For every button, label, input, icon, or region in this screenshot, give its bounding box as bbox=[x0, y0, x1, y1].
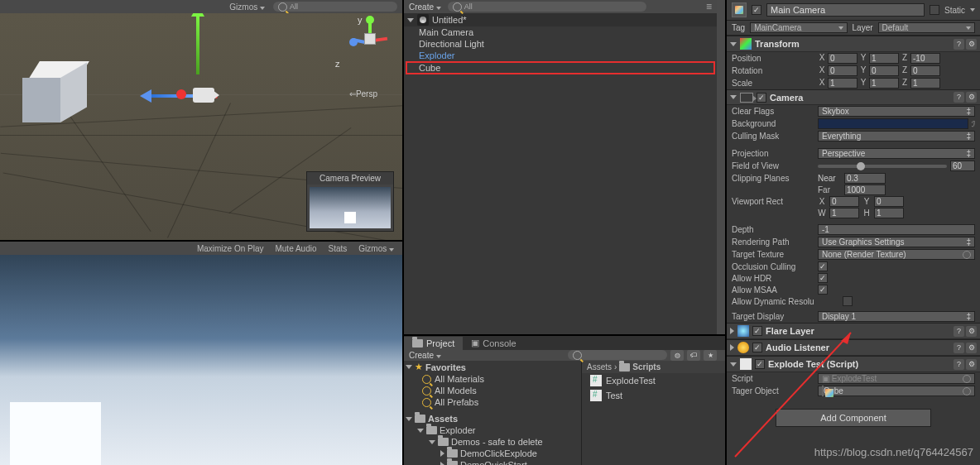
scene-view[interactable]: z y ⇐Persp Camera Preview bbox=[0, 13, 402, 240]
folder-exploder[interactable]: Exploder bbox=[404, 424, 581, 436]
scale-x[interactable]: 1 bbox=[828, 78, 858, 89]
fav-all-models[interactable]: All Models bbox=[404, 385, 581, 396]
projection-dropdown[interactable]: Perspective‡ bbox=[818, 148, 975, 159]
vp-h[interactable]: 1 bbox=[874, 208, 904, 218]
foldout-icon[interactable] bbox=[406, 417, 412, 421]
breadcrumb-scripts[interactable]: Scripts bbox=[632, 362, 661, 372]
gameobject-icon[interactable] bbox=[732, 2, 747, 17]
hdr-checkbox[interactable]: ✓ bbox=[818, 273, 828, 283]
folder-demos[interactable]: Demos - safe to delete bbox=[404, 436, 581, 448]
camera-enable-checkbox[interactable]: ✓ bbox=[757, 93, 766, 103]
foldout-icon[interactable] bbox=[406, 365, 412, 369]
camera-header[interactable]: ✓ Camera ?⚙ bbox=[727, 89, 980, 105]
rot-x[interactable]: 0 bbox=[828, 65, 858, 76]
docs-icon[interactable]: ? bbox=[954, 359, 964, 370]
panel-menu-icon[interactable]: ≡ bbox=[706, 1, 712, 12]
vp-y[interactable]: 0 bbox=[874, 196, 904, 207]
hierarchy-item-directional-light[interactable]: Directional Light bbox=[404, 38, 717, 50]
foldout-icon[interactable] bbox=[730, 42, 737, 46]
project-search[interactable] bbox=[568, 350, 667, 360]
clearflags-dropdown[interactable]: Skybox‡ bbox=[818, 106, 975, 117]
context-menu-icon[interactable]: ⚙ bbox=[966, 359, 977, 370]
hierarchy-scrollbar[interactable] bbox=[717, 0, 725, 334]
scene-root[interactable]: Untitled* bbox=[404, 13, 717, 26]
foldout-icon[interactable] bbox=[730, 344, 734, 351]
fav-all-prefabs[interactable]: All Prefabs bbox=[404, 396, 581, 408]
fov-field[interactable]: 60 bbox=[950, 161, 975, 171]
camera-gizmo[interactable] bbox=[153, 73, 226, 122]
tab-project[interactable]: Project bbox=[404, 337, 463, 350]
hierarchy-create[interactable]: Create bbox=[409, 2, 441, 12]
hierarchy-item-cube[interactable]: Cube bbox=[406, 61, 715, 74]
game-view[interactable] bbox=[0, 255, 402, 465]
scale-y[interactable]: 1 bbox=[869, 78, 899, 89]
tab-console[interactable]: ▣Console bbox=[463, 336, 524, 350]
hierarchy-search[interactable]: All bbox=[448, 2, 646, 12]
rot-z[interactable]: 0 bbox=[910, 65, 940, 76]
scene-cube[interactable] bbox=[22, 61, 86, 122]
depth-field[interactable]: -1 bbox=[818, 224, 975, 235]
vp-x[interactable]: 0 bbox=[829, 196, 859, 207]
flare-enable-checkbox[interactable]: ✓ bbox=[752, 326, 762, 336]
foldout-icon[interactable] bbox=[407, 18, 414, 22]
docs-icon[interactable]: ? bbox=[954, 343, 964, 353]
foldout-icon[interactable] bbox=[730, 362, 737, 367]
foldout-icon[interactable] bbox=[417, 429, 424, 433]
scene-search[interactable]: All bbox=[273, 2, 397, 12]
maximize-toggle[interactable]: Maximize On Play bbox=[194, 244, 267, 253]
flarelayer-header[interactable]: ✓Flare Layer ?⚙ bbox=[727, 323, 980, 339]
foldout-icon[interactable] bbox=[429, 440, 435, 444]
gameobject-name-field[interactable]: Main Camera bbox=[766, 3, 925, 17]
foldout-icon[interactable] bbox=[730, 328, 734, 334]
background-color[interactable] bbox=[818, 118, 968, 129]
static-dropdown-icon[interactable] bbox=[970, 8, 975, 12]
save-search-icon[interactable]: ★ bbox=[704, 350, 717, 361]
target-object-field[interactable]: Cube bbox=[818, 386, 975, 396]
targettex-field[interactable]: None (Render Texture) bbox=[818, 249, 975, 260]
foldout-icon[interactable] bbox=[440, 450, 444, 457]
renderpath-dropdown[interactable]: Use Graphics Settings‡ bbox=[818, 237, 975, 247]
orientation-gizmo[interactable] bbox=[349, 18, 391, 60]
scale-z[interactable]: 1 bbox=[910, 78, 940, 89]
layer-dropdown[interactable]: Default bbox=[878, 22, 975, 33]
filter-by-label-icon[interactable]: 🏷 bbox=[687, 350, 700, 361]
dynres-checkbox[interactable] bbox=[843, 296, 853, 306]
pos-z[interactable]: -10 bbox=[910, 53, 940, 64]
foldout-icon[interactable] bbox=[440, 462, 444, 465]
object-picker-icon[interactable] bbox=[963, 251, 971, 259]
file-explodetest[interactable]: ExplodeTest bbox=[582, 373, 725, 388]
occlusion-checkbox[interactable]: ✓ bbox=[818, 261, 828, 271]
cullingmask-dropdown[interactable]: Everything‡ bbox=[818, 131, 975, 141]
pos-x[interactable]: 0 bbox=[828, 53, 858, 64]
hierarchy-item-main-camera[interactable]: Main Camera bbox=[404, 26, 717, 38]
project-create[interactable]: Create bbox=[409, 351, 441, 360]
docs-icon[interactable]: ? bbox=[954, 92, 964, 103]
tag-dropdown[interactable]: MainCamera bbox=[750, 22, 847, 33]
context-menu-icon[interactable]: ⚙ bbox=[966, 92, 977, 103]
docs-icon[interactable]: ? bbox=[954, 326, 964, 337]
folder-demoquick[interactable]: DemoQuickStart bbox=[404, 459, 581, 465]
static-checkbox[interactable] bbox=[930, 5, 939, 15]
foldout-icon[interactable] bbox=[730, 95, 737, 99]
vp-w[interactable]: 1 bbox=[829, 208, 859, 218]
explodetest-header[interactable]: ✓Explode Test (Script) ?⚙ bbox=[727, 356, 980, 372]
hierarchy-panel[interactable]: Untitled* Main Camera Directional Light … bbox=[404, 13, 717, 334]
fov-slider[interactable] bbox=[818, 165, 947, 168]
eyedropper-icon[interactable]: ℐ bbox=[972, 120, 975, 128]
clip-far[interactable]: 1000 bbox=[844, 185, 886, 195]
audiolistener-header[interactable]: ✓Audio Listener ?⚙ bbox=[727, 339, 980, 356]
context-menu-icon[interactable]: ⚙ bbox=[966, 343, 977, 353]
audio-enable-checkbox[interactable]: ✓ bbox=[752, 343, 762, 352]
projection-label[interactable]: ⇐Persp bbox=[349, 89, 377, 98]
project-tree[interactable]: ★Favorites All Materials All Models All … bbox=[404, 361, 582, 465]
msaa-checkbox[interactable]: ✓ bbox=[818, 285, 828, 295]
rot-y[interactable]: 0 bbox=[869, 65, 899, 76]
folder-democlick[interactable]: DemoClickExplode bbox=[404, 448, 581, 459]
docs-icon[interactable]: ? bbox=[954, 39, 964, 50]
game-gizmos-dropdown[interactable]: Gizmos bbox=[355, 244, 397, 253]
transform-header[interactable]: Transform ?⚙ bbox=[727, 36, 980, 52]
mute-toggle[interactable]: Mute Audio bbox=[271, 244, 319, 253]
context-menu-icon[interactable]: ⚙ bbox=[966, 326, 977, 337]
script-field[interactable]: ▣ ExplodeTest bbox=[818, 373, 975, 384]
add-component-button[interactable]: Add Component bbox=[776, 409, 931, 427]
